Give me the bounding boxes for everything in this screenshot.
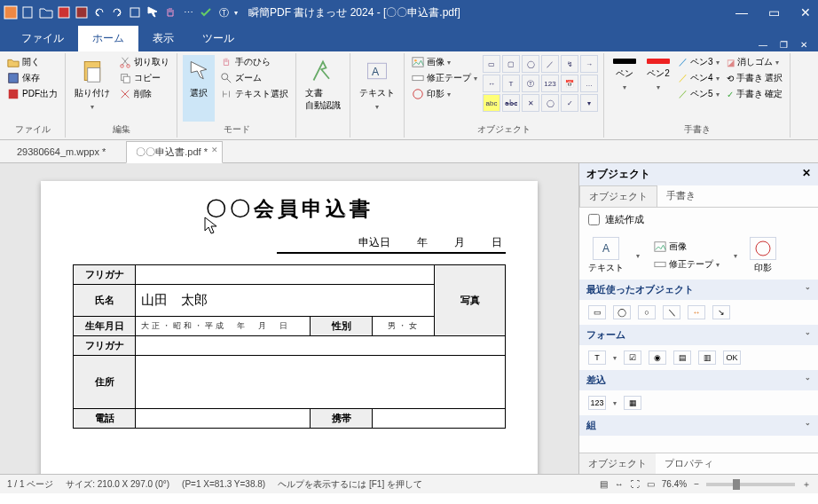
status-fit-icon[interactable]: ⛶ — [631, 479, 640, 489]
name-value[interactable]: 山田 太郎 — [136, 285, 435, 317]
open-button[interactable]: 開く — [5, 55, 59, 69]
pen4-button[interactable]: ／ペン4▾ — [677, 71, 721, 85]
shape-textbox-icon[interactable]: T — [502, 75, 520, 92]
tape-object-button[interactable]: 修正テープ▾ — [410, 71, 479, 85]
pdf-export-button[interactable]: PDF出力 — [5, 87, 59, 101]
select-mode-button[interactable]: 選択 — [183, 55, 215, 122]
qat-check-icon[interactable] — [199, 5, 213, 20]
qat-pointer-icon[interactable] — [146, 5, 160, 20]
delete-button[interactable]: 削除 — [117, 87, 171, 101]
cell-tel-val[interactable] — [136, 409, 311, 429]
hw-fix-button[interactable]: ✓手書き 確定 — [725, 87, 785, 101]
canvas[interactable]: 〇〇会員申込書 申込日年月日 フリガナ写真 氏名山田 太郎 生年月日大正・昭和・… — [0, 163, 578, 474]
recent-line-icon[interactable]: ＼ — [663, 305, 680, 319]
recent-circle-icon[interactable]: ○ — [638, 305, 656, 319]
sp-section-group[interactable]: 組⌄ — [579, 415, 818, 436]
qat-open-icon[interactable] — [39, 5, 53, 20]
menu-tool[interactable]: ツール — [188, 26, 248, 51]
qat-save-icon[interactable] — [57, 5, 71, 20]
zoom-out-button[interactable]: − — [694, 479, 699, 489]
zoom-mode-button[interactable]: ズーム — [218, 71, 290, 85]
image-object-button[interactable]: 画像▾ — [410, 55, 479, 69]
continuous-create-checkbox[interactable] — [588, 214, 600, 225]
merge-table-icon[interactable]: ▦ — [624, 396, 641, 410]
shape-roundrect-icon[interactable]: ▢ — [502, 55, 520, 73]
qat-dots-icon[interactable]: ⋯ — [181, 5, 195, 20]
sp-text-button[interactable]: Aテキスト — [588, 237, 624, 274]
form-radio-icon[interactable]: ◉ — [649, 350, 666, 365]
form-combo-icon[interactable]: ▥ — [698, 350, 716, 365]
shape-strike-icon[interactable]: a̶b̶c̶ — [502, 94, 520, 112]
shape-polyline-icon[interactable]: ↯ — [561, 55, 578, 73]
menu-file[interactable]: ファイル — [7, 26, 78, 51]
side-tab-object[interactable]: オブジェクト — [579, 185, 657, 207]
window-minimize-button[interactable]: — — [733, 5, 751, 20]
close-tab-icon[interactable]: ✕ — [211, 146, 218, 154]
shape-circle-mark-icon[interactable]: ◯ — [541, 94, 559, 112]
qat-pdf-icon[interactable] — [75, 5, 89, 20]
eraser-button[interactable]: ◪消しゴム▾ — [725, 55, 785, 69]
shape-palette[interactable]: ▭▢◯／↯→ ↔TⓉ123📅… abca̶b̶c̶✕◯✓▾ — [483, 55, 598, 122]
cell-mobile-val[interactable] — [373, 409, 506, 429]
shape-cross-icon[interactable]: ✕ — [522, 94, 539, 112]
qat-new-icon[interactable] — [21, 5, 35, 20]
hand-mode-button[interactable]: 手のひら — [218, 55, 290, 69]
merge-field-icon[interactable]: 123 — [588, 396, 606, 410]
cell-era[interactable]: 大正・昭和・平成 年 月 日 — [136, 317, 311, 336]
pen-button[interactable]: ペン▾ — [610, 55, 640, 122]
form-list-icon[interactable]: ▤ — [673, 350, 691, 365]
menu-view[interactable]: 表示 — [138, 26, 188, 51]
qat-hand-icon[interactable] — [163, 5, 177, 20]
qat-text-icon[interactable]: Ⓣ — [216, 5, 231, 20]
sp-stamp-button[interactable]: 印影 — [750, 237, 776, 274]
auto-recognize-button[interactable]: 文書 自動認識 — [302, 55, 344, 136]
sp-tape-button[interactable]: 修正テープ▾ — [652, 257, 721, 272]
cell-furigana2-val[interactable] — [136, 336, 506, 356]
recent-measure-icon[interactable]: ↔ — [688, 305, 705, 319]
status-view-icon[interactable]: ▤ — [600, 479, 608, 489]
menu-home[interactable]: ホーム — [78, 26, 138, 51]
side-bottom-tab-object[interactable]: オブジェクト — [579, 453, 656, 474]
shape-measure-icon[interactable]: ↔ — [483, 75, 500, 92]
shape-arrow-icon[interactable]: → — [580, 55, 598, 73]
stamp-object-button[interactable]: 印影▾ — [410, 87, 479, 101]
doc-tab-2[interactable]: 〇〇申込書.pdf *✕ — [126, 141, 223, 163]
shape-rect-icon[interactable]: ▭ — [483, 55, 500, 73]
shape-number-icon[interactable]: 123 — [541, 75, 559, 92]
paste-button[interactable]: 貼り付け▾ — [71, 55, 114, 122]
shape-etc-icon[interactable]: … — [580, 75, 598, 92]
form-check-icon[interactable]: ☑ — [624, 350, 641, 365]
window-close-button[interactable]: ✕ — [797, 5, 814, 20]
qat-redo-icon[interactable] — [110, 5, 124, 20]
cell-furigana1-val[interactable] — [136, 265, 435, 285]
recent-arrow-icon[interactable]: ↘ — [712, 305, 730, 319]
mdi-restore-button[interactable]: ❐ — [776, 38, 791, 51]
text-select-mode-button[interactable]: テキスト選択 — [218, 87, 290, 101]
doc-tab-1[interactable]: 29380664_m.wppx * — [7, 142, 121, 161]
shape-more-icon[interactable]: ▾ — [580, 94, 598, 112]
sp-image-button[interactable]: 画像 — [652, 240, 721, 254]
pen5-button[interactable]: ／ペン5▾ — [677, 87, 721, 101]
shape-line-icon[interactable]: ／ — [541, 55, 559, 73]
hw-select-button[interactable]: ⟲手書き 選択 — [725, 71, 785, 85]
zoom-slider[interactable] — [706, 483, 795, 486]
status-width-icon[interactable]: ↔ — [615, 479, 624, 489]
mdi-minimize-button[interactable]: — — [755, 38, 771, 51]
recent-oval-icon[interactable]: ◯ — [613, 305, 631, 319]
qat-paste-icon[interactable] — [128, 5, 142, 20]
save-button[interactable]: 保存 — [5, 71, 59, 85]
sp-section-recent[interactable]: 最近使ったオブジェクト⌄ — [579, 280, 818, 300]
sp-section-form[interactable]: フォーム⌄ — [579, 325, 818, 345]
shape-highlight-icon[interactable]: abc — [483, 94, 500, 112]
zoom-in-button[interactable]: ＋ — [802, 478, 811, 491]
sp-section-merge[interactable]: 差込⌄ — [579, 370, 818, 390]
text-object-button[interactable]: A テキスト▾ — [356, 55, 398, 136]
shape-check-icon[interactable]: ✓ — [561, 94, 578, 112]
cut-button[interactable]: 切り取り — [117, 55, 171, 69]
form-button-icon[interactable]: OK — [723, 350, 741, 365]
pen3-button[interactable]: ／ペン3▾ — [677, 55, 721, 69]
shape-date-icon[interactable]: 📅 — [561, 75, 578, 92]
copy-button[interactable]: コピー — [117, 71, 171, 85]
cell-addr-val[interactable] — [136, 356, 506, 409]
status-page-icon[interactable]: ▭ — [647, 479, 655, 489]
